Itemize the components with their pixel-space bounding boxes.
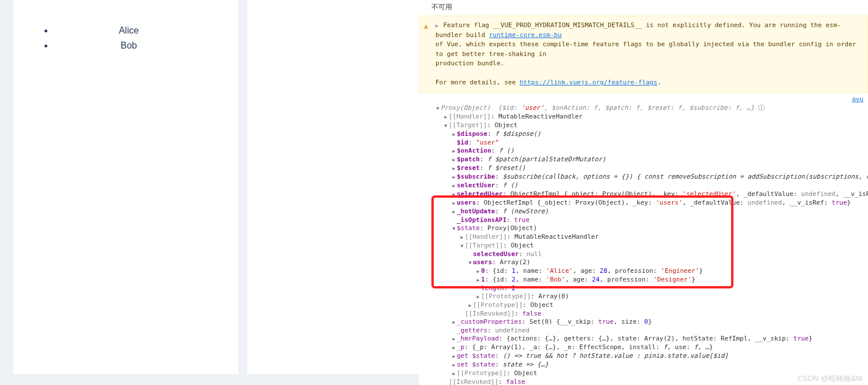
expand-arrow-icon[interactable] [451, 335, 457, 343]
expand-arrow-icon[interactable] [451, 147, 457, 156]
warning-link[interactable]: https://link.vuejs.org/feature-flags [520, 79, 657, 86]
expand-arrow-icon[interactable] [451, 199, 457, 208]
expand-arrow-icon[interactable] [435, 104, 441, 113]
expand-arrow-icon[interactable] [475, 267, 481, 276]
expand-arrow-icon[interactable] [451, 182, 457, 190]
user-list: Alice Bob [25, 23, 227, 53]
expand-arrow-icon[interactable] [451, 361, 457, 369]
warning-text: of Vue, which expects these compile-time… [435, 40, 856, 58]
expand-arrow-icon[interactable] [443, 121, 449, 130]
expand-arrow-icon[interactable] [467, 258, 473, 267]
console-tab-label: 不可用 [419, 0, 868, 14]
app-preview-panel: Alice Bob [13, 0, 239, 374]
expand-arrow-icon[interactable] [475, 276, 481, 284]
info-icon[interactable]: ⓘ [758, 104, 765, 112]
warning-source-link[interactable]: runtime-core.esm-bu [489, 31, 562, 39]
expand-arrow-icon[interactable] [451, 164, 457, 173]
expand-arrow-icon[interactable] [451, 224, 457, 233]
watermark: CSDN @程楠楠&M [798, 373, 862, 384]
warning-icon: ▲ [424, 21, 428, 31]
expand-arrow-icon[interactable] [451, 190, 457, 199]
source-link-row: avu [419, 94, 868, 103]
source-link[interactable]: avu [852, 95, 863, 103]
warning-text: production bundle. [435, 60, 504, 67]
devtools-console-panel: 不可用 ▲ Feature flag __VUE_PROD_HYDRATION_… [419, 0, 868, 385]
list-item[interactable]: Bob [54, 38, 227, 53]
warning-text: For more details, see [435, 79, 520, 86]
expand-arrow-icon[interactable] [459, 233, 465, 242]
expand-arrow-icon[interactable] [451, 369, 457, 378]
expand-arrow-icon[interactable] [451, 130, 457, 139]
console-object-tree[interactable]: Proxy(Object) {$id: 'user', $onAction: f… [419, 103, 868, 386]
expand-arrow-icon[interactable] [467, 301, 473, 310]
expand-arrow-icon[interactable] [459, 242, 465, 250]
expand-arrow-icon[interactable] [451, 208, 457, 216]
expand-arrow-icon[interactable] [451, 352, 457, 361]
console-warning: ▲ Feature flag __VUE_PROD_HYDRATION_MISM… [419, 16, 868, 93]
expand-arrow-icon[interactable] [435, 21, 438, 29]
list-item[interactable]: Alice [54, 23, 227, 38]
expand-arrow-icon[interactable] [451, 173, 457, 182]
expand-arrow-icon[interactable] [451, 156, 457, 164]
expand-arrow-icon[interactable] [475, 293, 481, 301]
expand-arrow-icon[interactable] [443, 113, 449, 121]
expand-arrow-icon[interactable] [451, 343, 457, 352]
expand-arrow-icon[interactable] [451, 318, 457, 327]
middle-empty-panel [247, 0, 419, 374]
